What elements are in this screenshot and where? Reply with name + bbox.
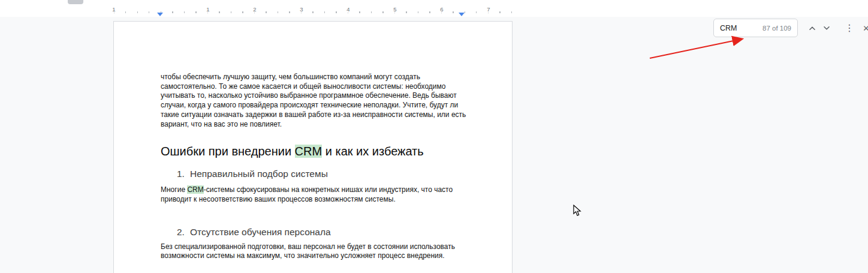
ruler-number: 5 xyxy=(392,7,397,13)
left-indent-marker[interactable] xyxy=(157,13,163,16)
section-heading: Ошибки при внедрении CRM и как их избежа… xyxy=(161,143,472,159)
list-item-1-number: 1. xyxy=(177,168,185,179)
next-match-button[interactable] xyxy=(819,21,834,35)
more-options-button[interactable]: ⋮ xyxy=(842,21,857,35)
heading-text-pre: Ошибки при внедрении xyxy=(161,145,295,158)
item-1-paragraph: Многие CRM-системы сфокусированы на конк… xyxy=(161,185,475,204)
ruler-number: 1 xyxy=(111,7,116,13)
vertical-dots-icon: ⋮ xyxy=(845,22,854,34)
previous-match-button[interactable] xyxy=(805,21,819,35)
close-find-button[interactable]: ✕ xyxy=(859,21,868,35)
chevron-up-icon xyxy=(809,26,816,31)
ruler-number: 6 xyxy=(439,7,444,13)
item-1-text-post: -системы сфокусированы на конкретных ниш… xyxy=(161,185,453,203)
ruler-ticks xyxy=(114,11,513,13)
intro-paragraph: чтобы обеспечить лучшую защиту, чем боль… xyxy=(161,73,475,129)
ruler-number: 3 xyxy=(299,7,304,13)
heading-text-post: и как их избежать xyxy=(322,145,424,158)
chevron-down-icon xyxy=(823,26,830,31)
horizontal-ruler[interactable]: 11234567 xyxy=(0,6,868,16)
toolbar-fragment xyxy=(68,0,83,4)
list-item-1-heading: 1. Неправильный подбор системы xyxy=(177,168,472,179)
ruler-number: 4 xyxy=(345,7,351,13)
ruler-number: 1 xyxy=(205,7,210,13)
find-input[interactable]: CRM 87 of 109 xyxy=(713,19,798,37)
list-item-1-title: Неправильный подбор системы xyxy=(190,168,328,179)
search-match-highlight: CRM xyxy=(295,145,323,158)
right-indent-marker[interactable] xyxy=(459,13,465,16)
find-bar: CRM 87 of 109 ⋮ ✕ xyxy=(713,19,868,37)
match-count: 87 of 109 xyxy=(762,25,791,32)
item-1-text-pre: Многие xyxy=(161,185,187,194)
close-icon: ✕ xyxy=(863,23,868,33)
search-match-highlight: CRM xyxy=(187,185,203,194)
list-item-2-number: 2. xyxy=(177,226,185,238)
find-query-text: CRM xyxy=(720,24,737,32)
ruler-number: 7 xyxy=(486,7,491,13)
ruler-number: 2 xyxy=(252,7,257,13)
document-page[interactable]: чтобы обеспечить лучшую защиту, чем боль… xyxy=(113,21,513,273)
item-2-paragraph: Без специализированной подготовки, ваш п… xyxy=(161,242,475,261)
list-item-2-heading: 2. Отсутствие обучения персонала xyxy=(177,226,472,238)
list-item-2-title: Отсутствие обучения персонала xyxy=(190,226,331,238)
